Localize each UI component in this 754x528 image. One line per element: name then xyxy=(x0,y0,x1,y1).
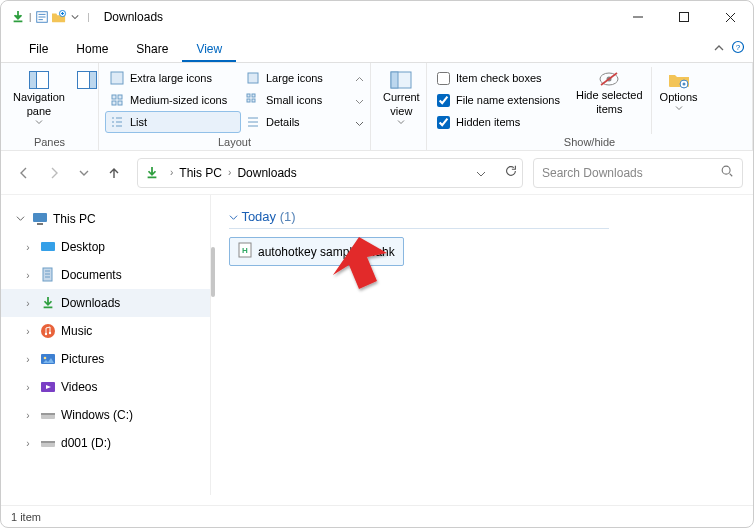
layout-extra-large-icons[interactable]: Extra large icons xyxy=(105,67,241,89)
chevron-right-icon[interactable]: › xyxy=(224,167,235,178)
breadcrumb-downloads[interactable]: Downloads xyxy=(235,166,298,180)
ribbon-tabs: File Home Share View ? xyxy=(1,33,753,63)
svg-point-35 xyxy=(44,357,47,360)
back-button[interactable] xyxy=(11,160,37,186)
svg-point-32 xyxy=(45,333,47,335)
new-folder-icon[interactable] xyxy=(51,10,67,24)
svg-rect-10 xyxy=(112,95,116,99)
svg-rect-28 xyxy=(37,223,43,225)
layout-large-icons[interactable]: Large icons xyxy=(241,67,353,89)
tree-item-windows-c[interactable]: › Windows (C:) xyxy=(1,401,210,429)
svg-rect-14 xyxy=(248,73,258,83)
group-label-current-view xyxy=(377,134,420,148)
svg-text:H: H xyxy=(242,246,248,255)
svg-rect-17 xyxy=(247,99,250,102)
properties-icon[interactable] xyxy=(35,10,49,24)
current-view-button[interactable]: Current view xyxy=(377,67,426,134)
minimize-button[interactable] xyxy=(615,1,661,33)
tree-item-downloads[interactable]: › Downloads xyxy=(1,289,210,317)
forward-button[interactable] xyxy=(41,160,67,186)
search-input[interactable]: Search Downloads xyxy=(533,158,743,188)
close-button[interactable] xyxy=(707,1,753,33)
documents-icon xyxy=(39,266,57,284)
download-arrow-icon xyxy=(39,294,57,312)
tree-item-music[interactable]: › Music xyxy=(1,317,210,345)
pictures-icon xyxy=(39,350,57,368)
tree-item-pictures[interactable]: › Pictures xyxy=(1,345,210,373)
group-label-layout: Layout xyxy=(105,134,364,148)
up-button[interactable] xyxy=(101,160,127,186)
tree-item-d001-d[interactable]: › d001 (D:) xyxy=(1,429,210,457)
chevron-right-icon[interactable]: › xyxy=(21,382,35,393)
title-bar: | | Downloads xyxy=(1,1,753,33)
tab-file[interactable]: File xyxy=(15,36,62,62)
tree-item-documents[interactable]: › Documents xyxy=(1,261,210,289)
chevron-right-icon[interactable]: › xyxy=(21,242,35,253)
svg-rect-18 xyxy=(252,99,255,102)
tab-home[interactable]: Home xyxy=(62,36,122,62)
chevron-right-icon[interactable]: › xyxy=(21,438,35,449)
chevron-right-icon[interactable]: › xyxy=(21,410,35,421)
layout-list[interactable]: List xyxy=(105,111,241,133)
separator: | xyxy=(83,12,93,22)
navigation-bar: › This PC › Downloads Search Downloads xyxy=(1,151,753,195)
tree-root-this-pc[interactable]: This PC xyxy=(1,205,210,233)
group-label-panes: Panes xyxy=(7,134,92,148)
tree-item-videos[interactable]: › Videos xyxy=(1,373,210,401)
recent-locations-button[interactable] xyxy=(71,160,97,186)
tree-item-desktop[interactable]: › Desktop xyxy=(1,233,210,261)
options-button[interactable]: Options xyxy=(654,67,704,134)
maximize-button[interactable] xyxy=(661,1,707,33)
chevron-right-icon[interactable]: › xyxy=(166,167,177,178)
svg-rect-2 xyxy=(680,13,689,22)
svg-rect-9 xyxy=(111,72,123,84)
navigation-tree: This PC › Desktop › Documents › Download… xyxy=(1,195,211,495)
refresh-button[interactable] xyxy=(504,164,518,182)
check-hidden-items[interactable]: Hidden items xyxy=(435,111,562,133)
svg-text:?: ? xyxy=(736,43,741,52)
separator: | xyxy=(27,12,33,22)
videos-icon xyxy=(39,378,57,396)
layout-scroll-up-icon[interactable] xyxy=(355,69,364,87)
music-icon xyxy=(39,322,57,340)
navigation-pane-button[interactable]: Navigation pane xyxy=(7,67,71,134)
check-item-check-boxes[interactable]: Item check boxes xyxy=(435,67,562,89)
layout-small-icons[interactable]: Small icons xyxy=(241,89,353,111)
status-item-count: 1 item xyxy=(11,511,41,523)
help-icon[interactable]: ? xyxy=(731,40,745,58)
layout-medium-icons[interactable]: Medium-sized icons xyxy=(105,89,241,111)
file-item[interactable]: H autohotkey sample01.ahk xyxy=(229,237,404,266)
chevron-right-icon[interactable]: › xyxy=(21,270,35,281)
svg-rect-27 xyxy=(33,213,47,222)
layout-more-icon[interactable] xyxy=(355,113,364,131)
drive-icon xyxy=(39,434,57,452)
svg-point-26 xyxy=(722,166,730,174)
ahk-file-icon: H xyxy=(238,242,252,261)
chevron-right-icon[interactable]: › xyxy=(21,326,35,337)
chevron-right-icon[interactable]: › xyxy=(21,298,35,309)
layout-scroll-down-icon[interactable] xyxy=(355,91,364,109)
svg-point-33 xyxy=(49,332,51,334)
ribbon-expand-icon[interactable] xyxy=(713,40,725,58)
search-icon xyxy=(720,164,734,181)
svg-rect-29 xyxy=(41,242,55,251)
svg-rect-8 xyxy=(89,72,96,89)
ribbon-view: Navigation pane Panes Extra large icons … xyxy=(1,63,753,151)
chevron-down-icon[interactable] xyxy=(69,13,81,21)
check-file-extensions[interactable]: File name extensions xyxy=(435,89,562,111)
breadcrumb-this-pc[interactable]: This PC xyxy=(177,166,224,180)
layout-details[interactable]: Details xyxy=(241,111,353,133)
svg-rect-12 xyxy=(112,101,116,105)
drive-icon xyxy=(39,406,57,424)
address-dropdown-icon[interactable] xyxy=(476,164,486,182)
chevron-right-icon[interactable]: › xyxy=(21,354,35,365)
tab-share[interactable]: Share xyxy=(122,36,182,62)
chevron-down-icon[interactable] xyxy=(13,214,27,225)
address-bar[interactable]: › This PC › Downloads xyxy=(137,158,523,188)
svg-point-25 xyxy=(682,83,685,86)
hide-selected-items-button[interactable]: Hide selected items xyxy=(570,67,649,134)
tab-view[interactable]: View xyxy=(182,36,236,62)
status-bar: 1 item xyxy=(1,505,753,527)
group-header-today[interactable]: Today (1) xyxy=(229,209,609,229)
file-list-area[interactable]: Today (1) H autohotkey sample01.ahk xyxy=(211,195,753,495)
